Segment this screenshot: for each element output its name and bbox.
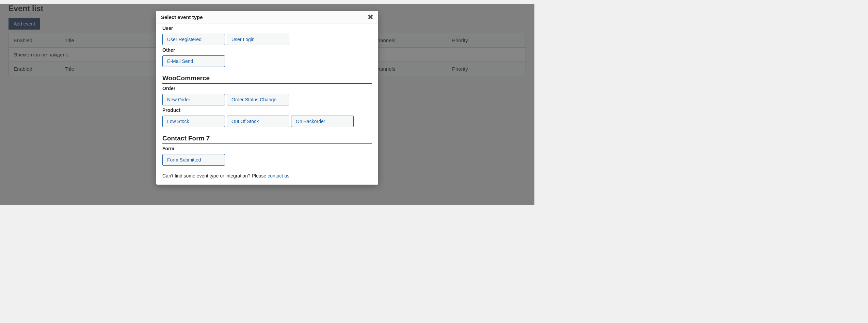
event-option-out-of-stock[interactable]: Out Of Stock (227, 116, 289, 127)
footer-suffix: . (289, 173, 291, 178)
group-label-user: User (162, 26, 372, 31)
event-option-user-registered[interactable]: User Registered (162, 34, 225, 45)
modal-overlay[interactable]: Select event type ✖ User User Registered… (0, 4, 534, 205)
section-heading-cf7: Contact Form 7 (162, 135, 372, 144)
event-option-form-submitted[interactable]: Form Submitted (162, 154, 225, 166)
footer-prefix: Can't find some event type or integratio… (162, 173, 268, 178)
select-event-type-modal: Select event type ✖ User User Registered… (156, 11, 378, 185)
group-label-form: Form (162, 146, 372, 151)
event-option-on-backorder[interactable]: On Backorder (291, 116, 354, 127)
event-option-low-stock[interactable]: Low Stock (162, 116, 225, 127)
contact-us-link[interactable]: contact us (268, 173, 289, 178)
event-option-email-send[interactable]: E-Mail Send (162, 55, 225, 67)
modal-body: User User Registered User Login Other E-… (156, 23, 378, 185)
section-heading-woocommerce: WooCommerce (162, 74, 372, 84)
modal-title: Select event type (161, 14, 203, 20)
modal-header: Select event type ✖ (156, 11, 378, 23)
event-option-new-order[interactable]: New Order (162, 94, 225, 105)
group-label-order: Order (162, 86, 372, 91)
group-label-other: Other (162, 47, 372, 53)
page-root: Event list Add event Enabled Title Chann… (0, 4, 534, 205)
modal-footer-note: Can't find some event type or integratio… (162, 173, 372, 178)
event-option-user-login[interactable]: User Login (227, 34, 289, 45)
close-icon[interactable]: ✖ (368, 14, 373, 20)
event-option-order-status-change[interactable]: Order Status Change (227, 94, 289, 105)
group-label-product: Product (162, 107, 372, 113)
